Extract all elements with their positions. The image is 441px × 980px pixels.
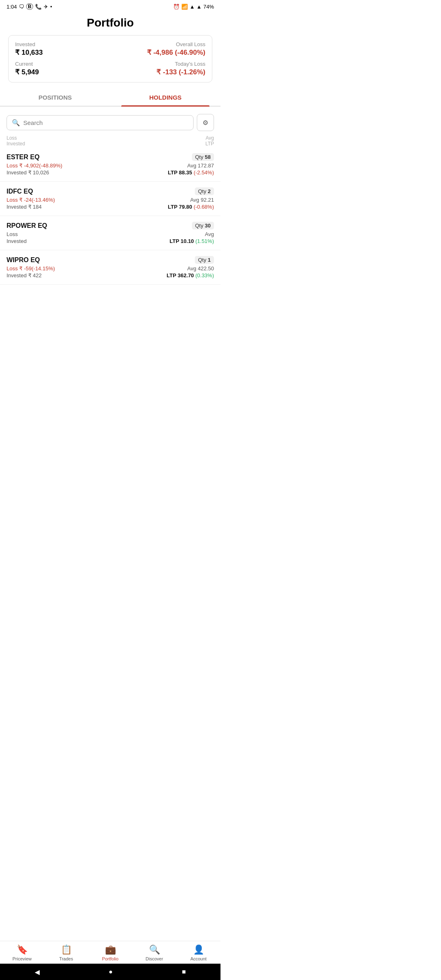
page-title: Portfolio — [0, 11, 220, 35]
avg-header: Avg — [205, 135, 214, 141]
search-box[interactable]: 🔍 — [7, 115, 194, 130]
holding-invested-row: Invested ₹ 10,026 LTP 88.35 (-2.54%) — [7, 169, 214, 176]
holding-ltp: LTP 88.35 (-2.54%) — [168, 169, 214, 176]
holding-name: ESTER EQ — [7, 154, 40, 161]
holdings-list: ESTER EQ Qty 58 Loss ₹ -4,902(-48.89%) A… — [0, 147, 220, 285]
dot-icon: • — [50, 4, 52, 10]
holding-avg: Avg 172.87 — [187, 163, 214, 169]
holding-name: RPOWER EQ — [7, 222, 47, 229]
left-headers: Loss Invested — [7, 135, 25, 147]
invested-value: ₹ 10,633 — [15, 48, 43, 57]
status-bar: 1:04 🗨 B 📞 ✈ • ⏰ 📶 ▲ ▲ 74% — [0, 0, 220, 11]
status-left: 1:04 🗨 B 📞 ✈ • — [7, 3, 52, 10]
phone-icon: 📶 — [181, 4, 188, 10]
filter-icon: ⚙ — [203, 119, 208, 127]
holding-loss-row: Loss ₹ -4,902(-48.89%) Avg 172.87 — [7, 163, 214, 169]
loss-header: Loss — [7, 135, 25, 141]
search-container: 🔍 ⚙ — [0, 111, 220, 133]
qty-badge: Qty 30 — [192, 222, 214, 229]
holding-loss: Loss — [7, 231, 18, 237]
search-input[interactable] — [23, 119, 188, 126]
holding-loss: Loss ₹ -4,902(-48.89%) — [7, 163, 62, 169]
todays-loss-value: ₹ -133 (-1.26%) — [156, 68, 205, 76]
holding-ltp: LTP 362.70 (0.33%) — [167, 272, 214, 278]
overall-loss-value: ₹ -4,986 (-46.90%) — [147, 48, 205, 57]
holding-invested-row: Invested LTP 10.10 (1.51%) — [7, 238, 214, 244]
holding-invested: Invested ₹ 422 — [7, 272, 42, 278]
todays-loss-label: Today's Loss — [156, 61, 205, 67]
overall-loss-col: Overall Loss ₹ -4,986 (-46.90%) — [147, 41, 205, 57]
search-icon: 🔍 — [12, 119, 20, 127]
alarm-icon: ⏰ — [173, 4, 180, 10]
holding-top: WIPRO EQ Qty 1 — [7, 256, 214, 264]
current-value: ₹ 5,949 — [15, 68, 39, 76]
overall-loss-label: Overall Loss — [147, 41, 205, 47]
holding-invested-row: Invested ₹ 184 LTP 79.80 (-0.68%) — [7, 204, 214, 210]
holding-item-idfc-eq[interactable]: IDFC EQ Qty 2 Loss ₹ -24(-13.46%) Avg 92… — [0, 182, 220, 216]
holding-invested: Invested ₹ 184 — [7, 204, 42, 210]
tab-holdings[interactable]: HOLDINGS — [110, 89, 220, 106]
filter-button[interactable]: ⚙ — [197, 114, 214, 131]
ltp-header: LTP — [205, 141, 214, 147]
holding-avg: Avg 422.50 — [187, 265, 214, 272]
qty-badge: Qty 2 — [195, 187, 214, 195]
list-headers: Loss Invested Avg LTP — [0, 133, 220, 147]
holding-item-wipro-eq[interactable]: WIPRO EQ Qty 1 Loss ₹ -59(-14.15%) Avg 4… — [0, 250, 220, 285]
holding-name: WIPRO EQ — [7, 256, 40, 264]
holding-ltp: LTP 79.80 (-0.68%) — [168, 204, 214, 210]
holding-top: IDFC EQ Qty 2 — [7, 187, 214, 195]
holding-item-ester-eq[interactable]: ESTER EQ Qty 58 Loss ₹ -4,902(-48.89%) A… — [0, 147, 220, 182]
todays-loss-col: Today's Loss ₹ -133 (-1.26%) — [156, 61, 205, 76]
right-headers: Avg LTP — [205, 135, 214, 147]
invested-col: Invested ₹ 10,633 — [15, 41, 43, 57]
holding-invested: Invested ₹ 10,026 — [7, 169, 49, 176]
send-icon: ✈ — [44, 4, 48, 10]
holding-avg: Avg 92.21 — [190, 197, 214, 203]
summary-card: Invested ₹ 10,633 Overall Loss ₹ -4,986 … — [8, 35, 212, 82]
beta-icon: B — [26, 3, 33, 10]
tab-positions[interactable]: POSITIONS — [0, 89, 110, 106]
holding-loss: Loss ₹ -59(-14.15%) — [7, 265, 55, 272]
holding-loss-row: Loss Avg — [7, 231, 214, 237]
holding-name: IDFC EQ — [7, 188, 33, 195]
holding-avg: Avg — [205, 231, 214, 237]
qty-badge: Qty 1 — [195, 256, 214, 264]
call-icon: 📞 — [35, 4, 42, 10]
invested-label: Invested — [15, 41, 43, 47]
invested-header: Invested — [7, 141, 25, 147]
current-col: Current ₹ 5,949 — [15, 61, 39, 76]
summary-row-2: Current ₹ 5,949 Today's Loss ₹ -133 (-1.… — [15, 61, 205, 76]
holding-loss-row: Loss ₹ -24(-13.46%) Avg 92.21 — [7, 197, 214, 203]
notification-icon: 🗨 — [19, 4, 24, 10]
holding-top: RPOWER EQ Qty 30 — [7, 222, 214, 229]
qty-badge: Qty 58 — [192, 153, 214, 161]
holding-invested-row: Invested ₹ 422 LTP 362.70 (0.33%) — [7, 272, 214, 278]
time: 1:04 — [7, 4, 17, 10]
signal-icon: ▲ — [196, 4, 202, 10]
holding-loss: Loss ₹ -24(-13.46%) — [7, 197, 55, 203]
wifi-icon: ▲ — [189, 4, 195, 10]
holding-item-rpower-eq[interactable]: RPOWER EQ Qty 30 Loss Avg Invested LTP 1… — [0, 216, 220, 250]
holding-loss-row: Loss ₹ -59(-14.15%) Avg 422.50 — [7, 265, 214, 272]
status-right: ⏰ 📶 ▲ ▲ 74% — [173, 4, 214, 10]
current-label: Current — [15, 61, 39, 67]
summary-row-1: Invested ₹ 10,633 Overall Loss ₹ -4,986 … — [15, 41, 205, 57]
holding-invested: Invested — [7, 238, 27, 244]
tabs: POSITIONS HOLDINGS — [0, 89, 220, 107]
battery-label: 74% — [203, 4, 214, 10]
holding-ltp: LTP 10.10 (1.51%) — [169, 238, 214, 244]
holding-top: ESTER EQ Qty 58 — [7, 153, 214, 161]
